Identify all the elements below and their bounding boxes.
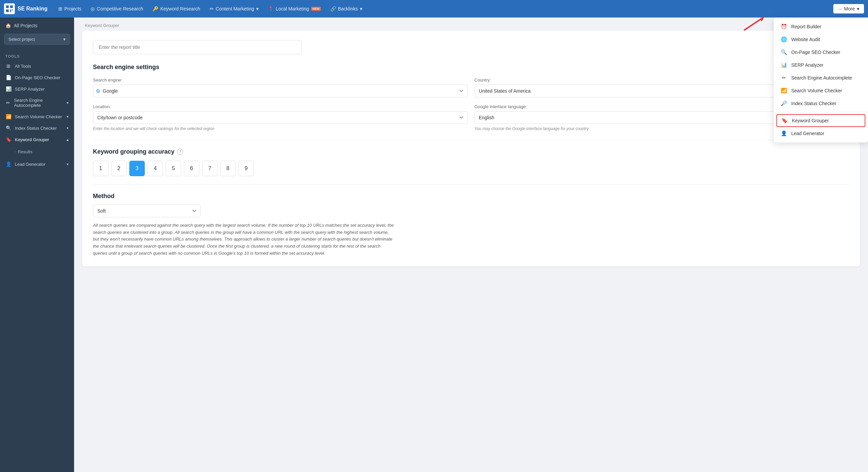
nav-content-marketing[interactable]: ✏ Content Marketing ▾: [206, 4, 262, 13]
select-project-dropdown[interactable]: Select project ▾: [4, 34, 70, 45]
sidebar-item-search-engine-autocomplete[interactable]: ✏ Search Engine Autocomplete ▾: [0, 95, 74, 111]
chevron-down-icon-project: ▾: [63, 37, 66, 42]
nav-local-marketing[interactable]: 📍 Local Marketing NEW: [264, 4, 325, 13]
dots-icon: ···: [838, 6, 842, 11]
more-dropdown: ⏰ Report Builder 🌐 Website Audit 🔍 On-Pa…: [774, 18, 868, 143]
more-button[interactable]: ··· More ▾: [833, 4, 864, 13]
nav-keyword-research[interactable]: 🔑 Keyword Research: [149, 4, 204, 13]
search-engine-group: Search engine: G Google: [93, 78, 468, 97]
accuracy-btn-2[interactable]: 2: [111, 161, 127, 176]
dropdown-divider: [774, 112, 868, 112]
logo-text: SE Ranking: [18, 6, 48, 12]
user-icon: 👤: [5, 161, 11, 167]
dropdown-keyword-grouper[interactable]: 🔖 Keyword Grouper: [776, 114, 865, 127]
location-select[interactable]: City/town or postcode: [93, 111, 468, 124]
home-icon: 🏠: [5, 23, 11, 28]
location-group: Location: City/town or postcode Enter th…: [93, 104, 468, 132]
sidebar-item-lead-generator[interactable]: 👤 Lead Generator ▾: [0, 158, 74, 170]
bookmark-icon: 🔖: [5, 137, 11, 142]
sidebar-item-search-volume[interactable]: 📶 Search Volume Checker ▾: [0, 111, 74, 122]
person-circle-icon: 👤: [780, 130, 787, 137]
sidebar-all-projects[interactable]: 🏠 All Projects: [0, 18, 74, 31]
method-select-wrap: Soft Medium Hard: [93, 205, 201, 217]
search-engine-select[interactable]: Google: [93, 85, 468, 97]
accuracy-btn-1[interactable]: 1: [93, 161, 108, 176]
dropdown-on-page-seo[interactable]: 🔍 On-Page SEO Checker: [774, 46, 868, 59]
chevron-icon-grouper: ▴: [67, 138, 69, 142]
accuracy-btn-9[interactable]: 9: [238, 161, 254, 176]
volume-icon: 📶: [5, 114, 11, 119]
key-icon: 🔑: [153, 6, 158, 11]
accuracy-header: Keyword grouping accuracy ?: [93, 148, 849, 155]
edit-icon: ✏: [210, 6, 214, 11]
sidebar-item-all-tools[interactable]: ⊞ All Tools: [0, 60, 74, 72]
search-engine-select-wrap: G Google: [93, 85, 468, 97]
mountain-icon: 📊: [780, 62, 787, 68]
dropdown-lead-generator[interactable]: 👤 Lead Generator: [774, 127, 868, 140]
accuracy-btn-8[interactable]: 8: [220, 161, 236, 176]
search-engine-form-grid: Search engine: G Google Country: United …: [93, 78, 849, 132]
tools-section-label: TOOLS: [0, 50, 74, 60]
sidebar-sub-keyword-grouper: Results: [0, 145, 74, 158]
sidebar-item-index-status[interactable]: 🔍 Index Status Checker ▾: [0, 122, 74, 134]
dropdown-index-status-checker[interactable]: 🔎 Index Status Checker: [774, 97, 868, 110]
divider-1: [93, 140, 849, 140]
pencil-icon: ✏: [5, 100, 11, 106]
nav-items: ⊞ Projects ◎ Competitive Research 🔑 Keyw…: [54, 4, 834, 13]
target-icon: ◎: [91, 6, 95, 11]
dropdown-serp-analyzer[interactable]: 📊 SERP Analyzer: [774, 59, 868, 71]
search-engine-label: Search engine:: [93, 78, 468, 83]
index-icon: 🔍: [5, 125, 11, 131]
barchart-di-icon: 📶: [780, 88, 787, 94]
accuracy-btn-6[interactable]: 6: [184, 161, 199, 176]
app-logo[interactable]: SE Ranking: [4, 3, 48, 14]
search-engine-settings-title: Search engine settings: [93, 64, 849, 71]
main-layout: 🏠 All Projects Select project ▾ TOOLS ⊞ …: [0, 18, 868, 472]
new-badge: NEW: [311, 7, 321, 11]
sidebar: 🏠 All Projects Select project ▾ TOOLS ⊞ …: [0, 18, 74, 472]
accuracy-btn-3[interactable]: 3: [129, 161, 145, 176]
accuracy-btn-5[interactable]: 5: [166, 161, 181, 176]
nav-backlinks[interactable]: 🔗 Backlinks ▾: [326, 4, 366, 13]
nav-competitive-research[interactable]: ◎ Competitive Research: [87, 4, 147, 13]
location-hint: Enter the location and we will check ran…: [93, 126, 468, 132]
method-title: Method: [93, 193, 849, 200]
grid-icon: ⊞: [5, 63, 11, 69]
help-icon[interactable]: ?: [177, 149, 183, 155]
sidebar-item-keyword-grouper[interactable]: 🔖 Keyword Grouper ▴: [0, 134, 74, 145]
dropdown-search-volume-checker[interactable]: 📶 Search Volume Checker: [774, 84, 868, 97]
chevron-icon-volume: ▾: [67, 115, 69, 119]
chevron-icon-autocomplete: ▾: [67, 101, 69, 105]
file-icon: 📄: [5, 75, 11, 80]
top-navigation: SE Ranking ⊞ Projects ◎ Competitive Rese…: [0, 0, 868, 18]
svg-rect-2: [6, 9, 9, 12]
sidebar-item-on-page-seo[interactable]: 📄 On-Page SEO Checker: [0, 72, 74, 83]
report-title-input[interactable]: [93, 40, 302, 54]
search-circle-icon: 🔎: [780, 100, 787, 107]
dropdown-website-audit[interactable]: 🌐 Website Audit: [774, 33, 868, 46]
sidebar-sub-item-results[interactable]: Results: [15, 147, 74, 156]
globe-icon: 🌐: [780, 36, 787, 42]
layers-icon: ⊞: [58, 6, 62, 11]
accuracy-btn-7[interactable]: 7: [202, 161, 217, 176]
location-icon: 📍: [268, 6, 274, 11]
svg-rect-1: [10, 5, 13, 8]
chevron-down-icon-more: ▾: [857, 6, 859, 11]
dropdown-report-builder[interactable]: ⏰ Report Builder: [774, 20, 868, 33]
search-doc-icon: 🔍: [780, 49, 787, 55]
method-select[interactable]: Soft Medium Hard: [93, 205, 201, 217]
chevron-icon-lead: ▾: [67, 162, 69, 167]
method-description: All search queries are compared against …: [93, 222, 396, 257]
sidebar-item-serp-analyzer[interactable]: 📊 SERP Analyzer: [0, 83, 74, 95]
accuracy-btn-4[interactable]: 4: [148, 161, 163, 176]
chevron-icon-index: ▾: [67, 126, 69, 130]
nav-projects[interactable]: ⊞ Projects: [54, 4, 86, 13]
accuracy-title: Keyword grouping accuracy: [93, 148, 175, 155]
divider-2: [93, 184, 849, 185]
bar-chart-icon: 📊: [5, 86, 11, 92]
dropdown-search-engine-autocomplete[interactable]: ✏ Search Engine Autocomplete: [774, 71, 868, 84]
breadcrumb: Keyword Grouper: [74, 18, 868, 31]
logo-icon: [4, 3, 15, 14]
accuracy-buttons: 1 2 3 4 5 6 7 8 9: [93, 161, 849, 176]
clock-icon: ⏰: [780, 24, 787, 30]
